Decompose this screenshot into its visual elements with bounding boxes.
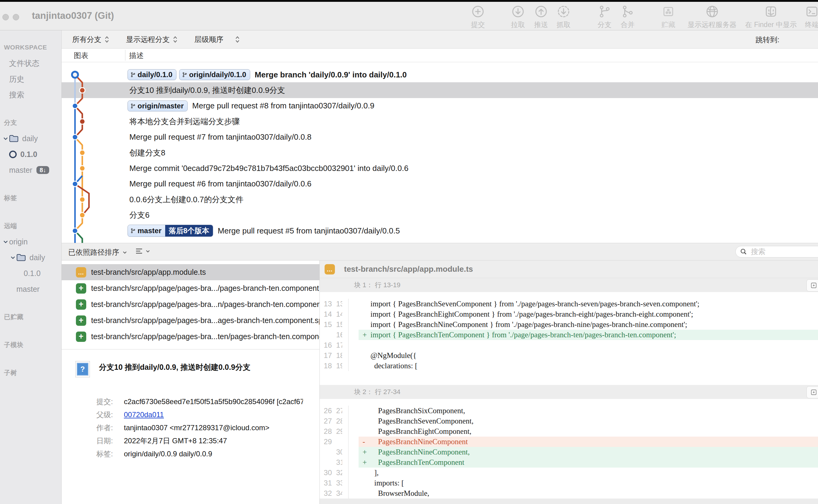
current-branch-icon (9, 151, 17, 158)
search-input[interactable] (750, 247, 818, 256)
commit-row[interactable]: origin/masterMerge pull request #8 from … (62, 98, 818, 114)
toolbar-push-button[interactable]: 推送 (534, 4, 548, 29)
diff-file-header: … test-branch/src/app/app.module.ts (320, 261, 818, 278)
branch-badge[interactable]: master落后8个版本 (128, 225, 213, 237)
hunk-header: 块 1： 行 13-19 (320, 278, 818, 292)
commit-row[interactable]: 分支10 推到daily/0.0.9, 推送时创建0.0.9分支 (62, 82, 818, 98)
toolbar-label: 终端 (805, 20, 818, 29)
sidebar-item-0-1-0[interactable]: 0.1.0 (0, 146, 61, 162)
file-row[interactable]: + test-branch/src/app/page/pages-bra...n… (62, 296, 319, 312)
diff-line-ctx[interactable]: 15 15 import { PagesBranchNineComponent … (320, 319, 818, 330)
order-filter-dropdown[interactable]: 层级顺序 (194, 35, 240, 44)
commit-graph-panel: daily/0.1.0origin/daily/0.1.0Merge branc… (62, 62, 818, 243)
reverse-hunk-button[interactable] (806, 386, 818, 398)
commit-row[interactable]: daily/0.1.0origin/daily/0.1.0Merge branc… (62, 67, 818, 83)
commit-row[interactable]: 将本地分支合并到远端分支步骤 (62, 114, 818, 129)
branch-badge[interactable]: origin/daily/0.1.0 (179, 69, 250, 80)
updown-arrows-icon (104, 36, 109, 43)
diff-line-ctx[interactable]: 28 29 PagesBranchEightComponent, (320, 426, 818, 437)
new-line-number: 30 (336, 448, 342, 456)
column-header-graph[interactable]: 图表 (74, 51, 88, 60)
hunk-header: 块 2： 行 27-34 (320, 385, 818, 399)
diff-line-add[interactable]: 31 + PagesBranchTenComponent (320, 457, 818, 468)
diff-sign: + (363, 331, 370, 339)
commit-field-label: 标签: (62, 450, 124, 458)
sidebar-item--[interactable]: 搜索 (0, 87, 61, 103)
diff-line-ctx[interactable]: 26 27 PagesBranchSixComponent, (320, 406, 818, 416)
toolbar-branch-button[interactable]: 分支 (598, 4, 612, 29)
diff-line-ctx[interactable]: 27 28 PagesBranchSevenComponent, (320, 416, 818, 426)
toolbar-stash-button[interactable]: 贮藏 (661, 4, 675, 29)
toolbar-commit-button[interactable]: 提交 (471, 4, 485, 29)
diff-line-ctx[interactable]: 14 14 import { PagesBranchEightComponent… (320, 309, 818, 319)
commit-row[interactable]: 分支6 (62, 207, 818, 223)
sidebar-item--[interactable]: 文件状态 (0, 55, 61, 71)
diff-line-ctx[interactable]: 30 32 ], (320, 468, 818, 478)
window-close-button[interactable] (2, 14, 9, 20)
toolbar-fetch-button[interactable]: 抓取 (557, 4, 571, 29)
sidebar-item-0-1-0[interactable]: 0.1.0 (0, 265, 61, 281)
branch-icon (130, 72, 136, 78)
old-line-number: 18 (320, 362, 332, 370)
commit-row[interactable]: 创建分支8 (62, 145, 818, 161)
view-options-dropdown[interactable] (135, 247, 151, 255)
diff-sign: + (363, 458, 370, 467)
sidebar-item-master[interactable]: master8↓ (0, 162, 61, 178)
file-row[interactable]: + test-branch/src/app/page/pages-bra...t… (62, 329, 319, 345)
sidebar-section-4: 已贮藏 (0, 309, 61, 325)
diff-line-ctx[interactable]: 16 17 (320, 340, 818, 350)
commit-row[interactable]: Merge pull request #7 from tanjintao0307… (62, 129, 818, 145)
commit-row[interactable]: Merge commit '0ecadd79c72b49c781b7b43f5a… (62, 160, 818, 176)
branch-badge[interactable]: daily/0.1.0 (128, 69, 176, 80)
column-header-description[interactable]: 描述 (129, 51, 144, 60)
commit-row[interactable]: master落后8个版本Merge pull request #5 from t… (62, 223, 818, 239)
branch-filter-dropdown[interactable]: 所有分支 (72, 35, 109, 44)
diff-line-add[interactable]: 16 +import { PagesBranchTenComponent } f… (320, 330, 818, 340)
commit-field-label: 日期: (62, 437, 124, 445)
added-file-icon: + (76, 332, 86, 342)
line-numbers: 28 29 (320, 426, 349, 437)
diff-line-ctx[interactable]: 13 13 import { PagesBranchSevenComponent… (320, 299, 818, 309)
added-file-icon: + (76, 283, 86, 294)
sidebar-item--[interactable]: 历史 (0, 71, 61, 87)
sidebar-item-daily[interactable]: daily (0, 131, 61, 146)
diff-line-ctx[interactable]: 18 19 declarations: [ (320, 361, 818, 371)
remote-branch-filter-dropdown[interactable]: 显示远程分支 (126, 35, 178, 44)
file-row[interactable]: … test-branch/src/app/app.module.ts (62, 264, 319, 280)
sidebar-item-master[interactable]: master (0, 281, 61, 297)
diff-line-add[interactable]: 30 + PagesBranchNineComponent, (320, 447, 818, 457)
diff-sign: - (363, 438, 370, 446)
code-text: PagesBranchNineComponent, (370, 448, 470, 456)
diff-line-del[interactable]: 29 - PagesBranchNineComponent (320, 437, 818, 447)
modified-file-icon: … (76, 267, 86, 278)
commit-message: Merge pull request #8 from tanjintao0307… (192, 101, 374, 111)
toolbar-pull-button[interactable]: 拉取 (511, 4, 525, 29)
sidebar-item-daily[interactable]: daily (0, 250, 61, 265)
toolbar-merge-button[interactable]: 合并 (621, 4, 635, 29)
fetch-icon (557, 4, 571, 19)
diff-line-ctx[interactable]: 17 18 @NgModule({ (320, 350, 818, 361)
sidebar-item-label: origin (9, 237, 28, 246)
toolbar-remote-button[interactable]: 显示远程服务器 (688, 4, 737, 29)
graph-column-header: 图表 描述 (62, 49, 818, 62)
file-row[interactable]: + test-branch/src/app/page/pages-bra...a… (62, 312, 319, 329)
new-line-number: 32 (336, 468, 342, 477)
hunk-range-label: 块 1： 行 13-19 (320, 281, 400, 290)
diff-line-ctx[interactable]: 31 33 imports: [ (320, 478, 818, 488)
toolbar-terminal-button[interactable]: 终端 (805, 4, 818, 29)
window-minimize-button[interactable] (13, 14, 19, 20)
diff-search-box[interactable] (735, 246, 818, 257)
commit-row[interactable]: 0.0.6分支上创建0.0.7的分支文件 (62, 192, 818, 207)
sidebar-item-origin[interactable]: origin (0, 234, 61, 250)
column-divider[interactable] (125, 50, 125, 61)
branch-filter-label: 所有分支 (72, 35, 101, 44)
toolbar-label: 在 Finder 中显示 (745, 20, 797, 29)
commit-row[interactable]: Merge pull request #6 from tanjintao0307… (62, 176, 818, 192)
reverse-hunk-button[interactable] (806, 279, 818, 291)
diff-line-ctx[interactable]: 32 34 BrowserModule, (320, 488, 818, 499)
branch-badge[interactable]: origin/master (128, 100, 188, 111)
commit-field-value-link[interactable]: 00720da011 (124, 410, 303, 419)
sort-dropdown[interactable]: 已依照路径排序 (68, 247, 128, 257)
file-row[interactable]: + test-branch/src/app/page/pages-bra.../… (62, 280, 319, 296)
toolbar-finder-button[interactable]: 在 Finder 中显示 (745, 4, 797, 29)
